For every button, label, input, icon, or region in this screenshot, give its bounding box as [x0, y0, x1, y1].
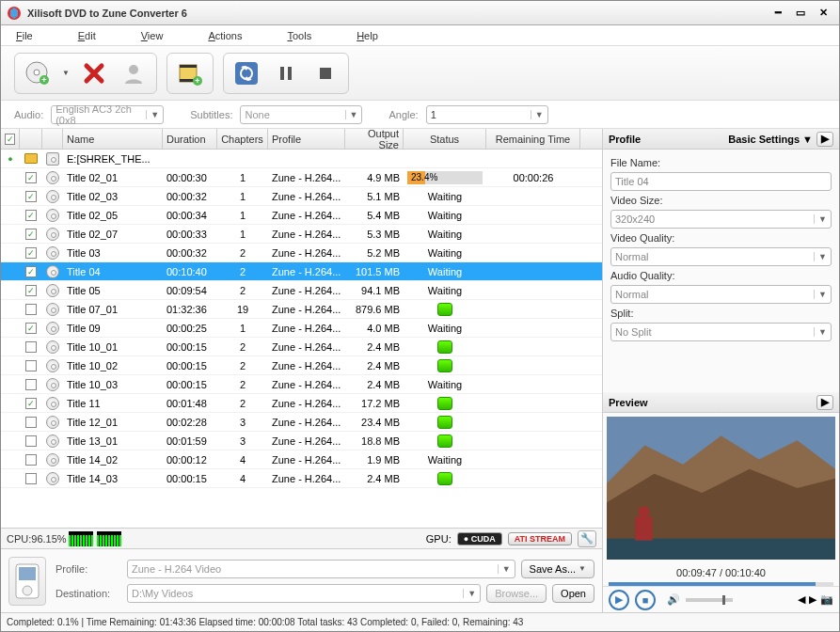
row-checkbox[interactable]	[25, 417, 37, 428]
volume-icon[interactable]: 🔊	[667, 593, 680, 606]
subtitles-combo[interactable]: None▼	[240, 105, 362, 124]
table-row[interactable]: ✓ Title 03 00:00:32 2 Zune - H.264... 5.…	[1, 244, 602, 262]
table-row[interactable]: ✓ Title 11 00:01:48 2 Zune - H.264... 17…	[1, 394, 602, 413]
disc-icon	[46, 246, 59, 260]
svg-text:+: +	[195, 76, 199, 86]
menu-actions[interactable]: Actions	[208, 30, 242, 41]
svg-rect-16	[19, 567, 36, 580]
preview-controls: ▶ ■ 🔊 ◀ ▶ 📷	[603, 586, 839, 612]
table-row[interactable]: ✓ Title 02_05 00:00:34 1 Zune - H.264...…	[1, 206, 602, 225]
row-checkbox[interactable]: ✓	[25, 210, 37, 221]
audio-combo[interactable]: English AC3 2ch (0x8▼	[51, 105, 164, 124]
check-all[interactable]: ✓	[5, 134, 15, 145]
table-row[interactable]: Title 10_02 00:00:15 2 Zune - H.264... 2…	[1, 356, 602, 375]
expand-profile-button[interactable]: ▶	[816, 132, 833, 147]
col-duration[interactable]: Duration	[163, 129, 217, 149]
preview-video[interactable]	[607, 417, 835, 560]
table-row[interactable]: ● E:[SHREK_THE...	[1, 150, 602, 168]
row-checkbox[interactable]	[25, 473, 37, 484]
convert-button[interactable]	[231, 58, 262, 88]
statusbar: Completed: 0.1% | Time Remaining: 01:43:…	[1, 612, 839, 631]
table-row[interactable]: ✓ Title 09 00:00:25 1 Zune - H.264... 4.…	[1, 319, 602, 338]
clip-button[interactable]: +	[175, 58, 205, 88]
col-status[interactable]: Status	[404, 129, 486, 149]
maximize-button[interactable]: ▭	[790, 5, 811, 22]
split-label: Split:	[610, 308, 832, 319]
col-chapters[interactable]: Chapters	[217, 129, 268, 149]
pause-button[interactable]	[271, 58, 301, 88]
done-badge-icon	[437, 434, 452, 448]
row-checkbox[interactable]: ✓	[25, 172, 37, 183]
table-row[interactable]: Title 12_01 00:02:28 3 Zune - H.264... 2…	[1, 413, 602, 432]
minimize-button[interactable]: ━	[768, 5, 788, 22]
angle-combo[interactable]: 1▼	[426, 105, 548, 124]
row-checkbox[interactable]: ✓	[25, 266, 37, 277]
table-row[interactable]: ✓ Title 04 00:10:40 2 Zune - H.264... 10…	[1, 262, 602, 281]
table-row[interactable]: Title 10_03 00:00:15 2 Zune - H.264... 2…	[1, 375, 602, 394]
table-row[interactable]: Title 07_01 01:32:36 19 Zune - H.264... …	[1, 300, 602, 319]
preview-panel-header: Preview ▶	[603, 392, 839, 413]
col-output[interactable]: Output Size	[345, 129, 404, 149]
col-remaining[interactable]: Remaining Time	[486, 129, 580, 149]
preview-seekbar[interactable]	[609, 582, 833, 586]
table-row[interactable]: Title 14_02 00:00:12 4 Zune - H.264... 1…	[1, 450, 602, 469]
table-row[interactable]: Title 13_01 00:01:59 3 Zune - H.264... 1…	[1, 432, 602, 450]
table-row[interactable]: ✓ Title 05 00:09:54 2 Zune - H.264... 94…	[1, 281, 602, 300]
disc-icon	[46, 265, 59, 278]
add-disc-button[interactable]: +	[23, 58, 53, 88]
stop-button[interactable]	[310, 58, 341, 88]
browse-button[interactable]: Browse...	[486, 584, 547, 603]
destination-combo[interactable]: D:\My Videos▼	[127, 584, 481, 603]
close-button[interactable]: ✕	[813, 5, 833, 22]
row-checkbox[interactable]	[25, 454, 37, 466]
row-checkbox[interactable]: ✓	[25, 247, 37, 259]
row-checkbox[interactable]	[25, 435, 37, 447]
table-row[interactable]: Title 10_01 00:00:15 2 Zune - H.264... 2…	[1, 338, 602, 356]
disc-icon	[46, 453, 59, 466]
basic-settings-dropdown[interactable]: Basic Settings ▼	[728, 134, 813, 145]
split-combo[interactable]: No Split▼	[610, 323, 832, 341]
stop-preview-button[interactable]: ■	[635, 590, 656, 610]
row-checkbox[interactable]	[25, 360, 37, 371]
app-logo-icon	[7, 6, 22, 21]
table-row[interactable]: ✓ Title 02_07 00:00:33 1 Zune - H.264...…	[1, 225, 602, 244]
next-frame-button[interactable]: ▶	[809, 593, 816, 606]
save-as-button[interactable]: Save As...▼	[521, 560, 594, 578]
menu-file[interactable]: File	[16, 30, 33, 41]
row-checkbox[interactable]	[25, 341, 37, 353]
person-button[interactable]	[119, 58, 149, 88]
settings-button[interactable]: 🔧	[578, 530, 596, 547]
table-row[interactable]: Title 14_03 00:00:15 4 Zune - H.264... 2…	[1, 469, 602, 488]
remove-button[interactable]	[79, 58, 109, 88]
videosize-combo[interactable]: 320x240▼	[610, 210, 832, 229]
open-button[interactable]: Open	[552, 584, 594, 603]
row-checkbox[interactable]: ✓	[25, 191, 37, 202]
row-checkbox[interactable]: ✓	[25, 285, 37, 296]
disc-icon	[46, 397, 59, 410]
col-profile[interactable]: Profile	[268, 129, 345, 149]
expand-preview-button[interactable]: ▶	[816, 395, 833, 410]
prev-frame-button[interactable]: ◀	[798, 593, 805, 606]
row-checkbox[interactable]: ✓	[25, 323, 37, 334]
row-checkbox[interactable]	[25, 304, 37, 315]
volume-slider[interactable]	[686, 598, 733, 602]
filename-input[interactable]: Title 04	[610, 172, 832, 191]
col-name[interactable]: Name	[63, 129, 163, 149]
profile-combo[interactable]: Zune - H.264 Video▼	[127, 560, 515, 578]
table-row[interactable]: ✓ Title 02_01 00:00:30 1 Zune - H.264...…	[1, 168, 602, 187]
row-checkbox[interactable]	[25, 379, 37, 390]
aquality-combo[interactable]: Normal▼	[610, 285, 832, 304]
svg-rect-20	[607, 539, 835, 560]
add-dropdown-icon[interactable]: ▼	[62, 69, 70, 77]
menu-help[interactable]: Help	[357, 30, 378, 41]
play-button[interactable]: ▶	[609, 590, 629, 610]
menu-view[interactable]: View	[141, 30, 164, 41]
snapshot-button[interactable]: 📷	[820, 593, 833, 606]
row-checkbox[interactable]: ✓	[25, 398, 37, 409]
table-row[interactable]: ✓ Title 02_03 00:00:32 1 Zune - H.264...…	[1, 187, 602, 206]
menu-tools[interactable]: Tools	[287, 30, 311, 41]
menu-edit[interactable]: Edit	[78, 30, 96, 41]
disc-icon	[46, 284, 59, 297]
row-checkbox[interactable]: ✓	[25, 229, 37, 240]
vquality-combo[interactable]: Normal▼	[610, 247, 832, 266]
